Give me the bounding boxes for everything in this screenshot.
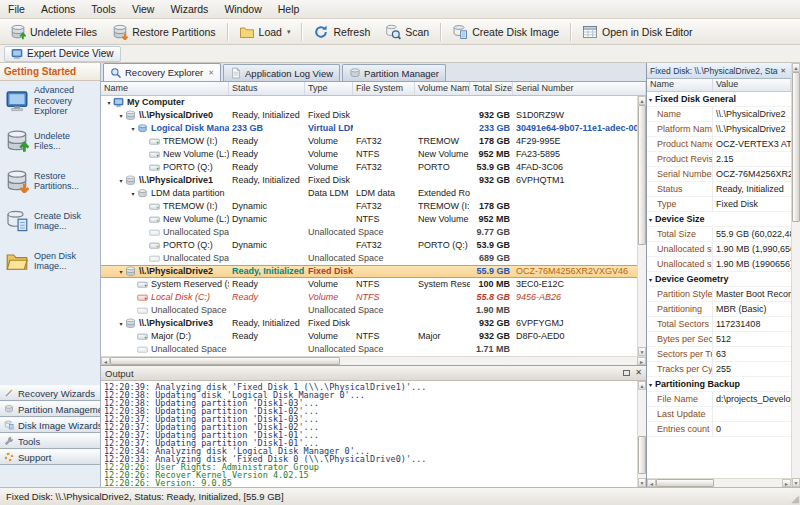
refresh-button[interactable]: Refresh	[306, 21, 377, 43]
scroll-right-icon[interactable]: ►	[782, 479, 791, 487]
property-row-name[interactable]: Name\\.\PhysicalDrive2	[647, 107, 791, 122]
tab-close-icon[interactable]: ✕	[208, 69, 214, 77]
property-group-partitioning-backup[interactable]: ▾Partitioning Backup	[647, 377, 791, 392]
property-row-last-update[interactable]: Last Update	[647, 407, 791, 422]
column-header-file-system[interactable]: File System	[353, 82, 415, 95]
menu-tools[interactable]: Tools	[83, 0, 124, 18]
group-expander-icon[interactable]: ▾	[649, 381, 652, 388]
column-header-name[interactable]: Name	[101, 82, 229, 95]
scroll-down-icon[interactable]: ▼	[638, 347, 646, 356]
sidebar-section-tools[interactable]: Tools	[0, 433, 100, 449]
expert-device-view-button[interactable]: Expert Device View	[4, 46, 121, 62]
column-header-volume-name[interactable]: Volume Name	[415, 82, 470, 95]
sidebar-item-undelete-files[interactable]: Undelete Files...	[0, 121, 100, 161]
tree-row-physicaldrive2[interactable]: ▾\\.\PhysicalDrive2Ready, InitializedFix…	[101, 265, 637, 278]
scroll-right-icon[interactable]: ►	[637, 357, 646, 365]
undelete-files-button[interactable]: Undelete Files	[3, 21, 104, 43]
property-row-partitioning[interactable]: PartitioningMBR (Basic)	[647, 302, 791, 317]
expander-icon[interactable]: ▾	[129, 122, 137, 135]
tree-row-local-disk-c[interactable]: Local Disk (C:)ReadyVolumeNTFS55.8 GB945…	[101, 291, 637, 304]
output-vertical-scrollbar[interactable]: ▲ ▼	[637, 381, 646, 487]
resize-grip[interactable]: ◢	[791, 493, 799, 505]
column-header-name[interactable]: Name	[647, 79, 713, 91]
scrollbar-thumb[interactable]	[638, 436, 646, 475]
group-expander-icon[interactable]: ▾	[649, 96, 652, 103]
menu-file[interactable]: File	[0, 0, 33, 18]
tree-row-logical-disk-manager-0[interactable]: ▾Logical Disk Manager 0233 GBVirtual LDM…	[101, 122, 637, 135]
scroll-up-icon[interactable]: ▲	[792, 63, 800, 72]
sidebar-section-recovery-wizards[interactable]: Recovery Wizards	[0, 385, 100, 401]
scroll-up-icon[interactable]: ▲	[638, 381, 646, 390]
expander-icon[interactable]: ▾	[117, 109, 125, 122]
scroll-down-icon[interactable]: ▼	[638, 478, 646, 487]
property-row-total-size[interactable]: Total Size55.9 GB (60,022,480 b	[647, 227, 791, 242]
tab-recovery-explorer[interactable]: Recovery Explorer✕	[103, 63, 221, 81]
property-row-product-revision[interactable]: Product Revision2.15	[647, 152, 791, 167]
float-panel-icon[interactable]	[623, 370, 630, 376]
property-row-file-name[interactable]: File Named:\projects_Developm	[647, 392, 791, 407]
scrollbar-thumb[interactable]	[110, 357, 340, 365]
property-row-unallocated-space[interactable]: Unallocated space1.90 MB (1,990,656 b	[647, 242, 791, 257]
sidebar-section-disk-image-wizards[interactable]: Disk Image Wizards	[0, 417, 100, 433]
menu-help[interactable]: Help	[270, 0, 308, 18]
scrollbar-thumb[interactable]	[638, 105, 646, 245]
scroll-left-icon[interactable]: ◄	[101, 357, 110, 365]
expander-icon[interactable]: ▾	[129, 187, 137, 200]
menu-view[interactable]: View	[124, 0, 163, 18]
property-row-status[interactable]: StatusReady, Initialized	[647, 182, 791, 197]
property-group-device-size[interactable]: ▾Device Size	[647, 212, 791, 227]
dropdown-caret-icon[interactable]: ▾	[287, 28, 291, 36]
tree-row-tremow-i[interactable]: TREMOW (I:)ReadyVolumeFAT32TREMOW178 GB4…	[101, 135, 637, 148]
tree-row-new-volume-l[interactable]: New Volume (L:)DynamicNTFSNew Volume (L:…	[101, 213, 637, 226]
tab-application-log-view[interactable]: Application Log View	[223, 64, 340, 81]
column-header-status[interactable]: Status	[229, 82, 305, 95]
scrollbar-thumb[interactable]	[656, 479, 714, 487]
sidebar-item-create-disk-image[interactable]: Create Disk Image...	[0, 201, 100, 241]
tree-row-system-reserved-s[interactable]: System Reserved (S:)ReadyVolumeNTFSSyste…	[101, 278, 637, 291]
group-expander-icon[interactable]: ▾	[649, 276, 652, 283]
sidebar-section-support[interactable]: Support	[0, 449, 100, 465]
sidebar-item-open-disk-image[interactable]: Open Disk Image...	[0, 241, 100, 281]
table-vertical-scrollbar[interactable]: ▲ ▼	[637, 96, 646, 356]
group-expander-icon[interactable]: ▾	[649, 216, 652, 223]
property-row-platform-name[interactable]: Platform Name\\.\PhysicalDrive2	[647, 122, 791, 137]
tree-row-porto-q[interactable]: PORTO (Q:)ReadyVolumeFAT32PORTO53.9 GB4F…	[101, 161, 637, 174]
column-header-type[interactable]: Type	[305, 82, 353, 95]
property-row-type[interactable]: TypeFixed Disk	[647, 197, 791, 212]
property-row-tracks-per-cylinder[interactable]: Tracks per Cylinder255	[647, 362, 791, 377]
expander-icon[interactable]: ▾	[117, 265, 125, 278]
property-row-sectors-per-track[interactable]: Sectors per Track63	[647, 347, 791, 362]
menu-wizards[interactable]: Wizards	[162, 0, 216, 18]
tree-row-unallocated-space[interactable]: Unallocated SpaceUnallocated Space1.71 M…	[101, 343, 637, 356]
property-row-total-sectors[interactable]: Total Sectors117231408	[647, 317, 791, 332]
tree-row-tremow-i[interactable]: TREMOW (I:)DynamicFAT32TREMOW (I:)178 GB	[101, 200, 637, 213]
column-header-total-size[interactable]: Total Size	[470, 82, 513, 95]
menu-actions[interactable]: Actions	[33, 0, 83, 18]
sidebar-item-advanced-recovery-explorer[interactable]: Advanced Recovery Explorer	[0, 81, 100, 121]
create-disk-image-button[interactable]: Create Disk Image	[445, 21, 566, 43]
property-group-device-geometry[interactable]: ▾Device Geometry	[647, 272, 791, 287]
menu-window[interactable]: Window	[216, 0, 269, 18]
close-output-icon[interactable]: ✕	[635, 368, 642, 378]
property-group-fixed-disk-general[interactable]: ▾Fixed Disk General	[647, 92, 791, 107]
property-row-bytes-per-sector[interactable]: Bytes per Sector512	[647, 332, 791, 347]
restore-partitions-button[interactable]: Restore Partitions	[105, 21, 222, 43]
tree-row-porto-q[interactable]: PORTO (Q:)DynamicFAT32PORTO (Q:)53.9 GB	[101, 239, 637, 252]
properties-vertical-scrollbar[interactable]: ▲ ▼	[791, 63, 800, 487]
column-header-value[interactable]: Value	[713, 79, 791, 91]
close-properties-icon[interactable]: ✕	[778, 67, 788, 75]
tree-row-major-d[interactable]: Major (D:)ReadyVolumeNTFSMajor932 GBD8F0…	[101, 330, 637, 343]
tree-row-unallocated-space[interactable]: Unallocated SpaceUnallocated Space689 GB	[101, 252, 637, 265]
expander-icon[interactable]: ▾	[105, 96, 113, 109]
sidebar-item-restore-partitions[interactable]: Restore Partitions...	[0, 161, 100, 201]
property-row-product-name[interactable]: Product NameOCZ-VERTEX3 ATA D	[647, 137, 791, 152]
tab-partition-manager[interactable]: Partition Manager	[342, 64, 446, 81]
tree-row-ldm-data-partition[interactable]: ▾LDM data partitionData LDMLDM dataExten…	[101, 187, 637, 200]
scroll-down-icon[interactable]: ▼	[792, 478, 800, 487]
expander-icon[interactable]: ▾	[117, 174, 125, 187]
property-row-unallocated-span[interactable]: Unallocated span1.90 MB (1990656)	[647, 257, 791, 272]
scrollbar-thumb[interactable]	[792, 72, 800, 222]
properties-horizontal-scrollbar[interactable]: ◄ ►	[647, 478, 791, 487]
property-row-partition-style[interactable]: Partition StyleMaster Boot Record	[647, 287, 791, 302]
property-row-entries-count[interactable]: Entries count0	[647, 422, 791, 437]
